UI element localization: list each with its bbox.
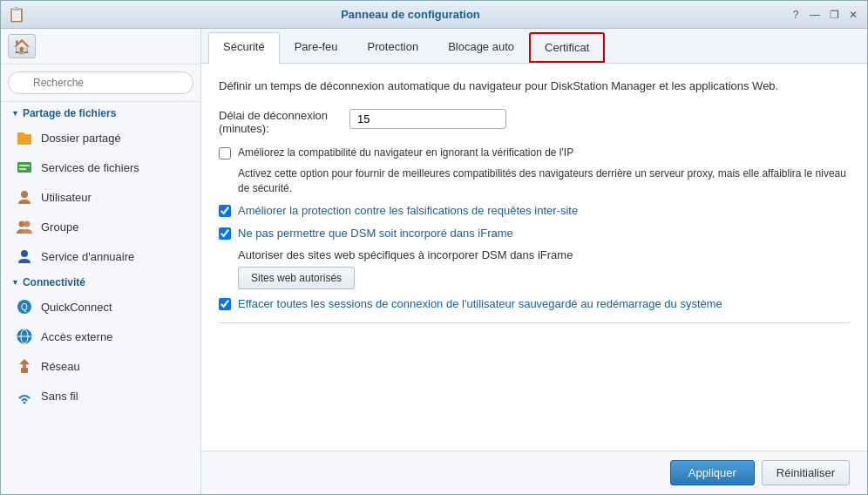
svg-point-7 xyxy=(24,221,31,227)
svg-rect-3 xyxy=(19,165,30,166)
checkbox-sessions-row: Effacer toutes les sessions de connexion… xyxy=(219,296,850,312)
section-connectivite-header[interactable]: Connectivité xyxy=(1,271,200,292)
divider xyxy=(219,322,850,323)
sidebar-item-utilisateur[interactable]: Utilisateur xyxy=(1,182,200,212)
tab-protection[interactable]: Protection xyxy=(353,32,434,63)
sidebar-item-label-services: Services de fichiers xyxy=(41,161,139,174)
annuaire-icon xyxy=(15,247,34,266)
main-layout: 🏠 🔍 Partage de fichiers Dossier partagé xyxy=(1,29,867,494)
sidebar-item-sans-fil[interactable]: Sans fil xyxy=(1,381,200,410)
svg-point-6 xyxy=(19,221,25,227)
timeout-row: Délai de déconnexion (minutes): xyxy=(219,109,850,135)
sidebar-item-acces-externe[interactable]: Accès externe xyxy=(1,322,200,351)
reset-button[interactable]: Réinitialiser xyxy=(762,460,850,485)
content-area: Sécurité Pare-feu Protection Blocage aut… xyxy=(201,29,867,494)
checkbox-compat[interactable] xyxy=(219,147,231,159)
iframe-indent: Autoriser des sites web spécifiques à in… xyxy=(238,248,850,289)
groupe-icon xyxy=(15,217,34,236)
home-button[interactable]: 🏠 xyxy=(8,34,36,58)
tab-securite[interactable]: Sécurité xyxy=(208,32,280,64)
svg-point-15 xyxy=(24,402,26,404)
sidebar-item-label-utilisateur: Utilisateur xyxy=(41,191,92,204)
sidebar-item-label-reseau: Réseau xyxy=(41,360,80,373)
sidebar-item-label-annuaire: Service d'annuaire xyxy=(41,250,134,263)
help-button[interactable]: ? xyxy=(789,8,803,22)
checkbox-csrf[interactable] xyxy=(219,205,231,217)
dossier-icon xyxy=(15,128,34,147)
sidebar-item-label-quickconnect: QuickConnect xyxy=(41,301,112,314)
svg-rect-2 xyxy=(17,162,31,173)
svg-rect-1 xyxy=(17,132,24,135)
search-wrapper: 🔍 xyxy=(8,71,193,94)
apply-button[interactable]: Appliquer xyxy=(670,460,755,485)
sidebar-item-label-acces-externe: Accès externe xyxy=(41,330,112,343)
timeout-input[interactable] xyxy=(349,109,506,129)
tab-pare-feu[interactable]: Pare-feu xyxy=(280,32,353,63)
svg-rect-14 xyxy=(21,368,28,373)
utilisateur-icon xyxy=(15,187,34,207)
services-icon xyxy=(15,158,34,177)
iframe-sites-label: Autoriser des sites web spécifiques à in… xyxy=(238,248,850,261)
checkbox-compat-label[interactable]: Améliorez la compatibilité du navigateur… xyxy=(238,146,573,160)
app-icon: 📋 xyxy=(8,6,25,24)
sidebar-item-groupe[interactable]: Groupe xyxy=(1,212,200,241)
svg-point-8 xyxy=(21,250,28,257)
checkbox-compat-row: Améliorez la compatibilité du navigateur… xyxy=(219,146,850,160)
checkbox-csrf-row: Améliorer la protection contre les falsi… xyxy=(219,203,850,219)
checkbox-iframe[interactable] xyxy=(219,227,231,240)
minimize-button[interactable]: — xyxy=(808,8,822,22)
sidebar-item-dossier[interactable]: Dossier partagé xyxy=(1,123,200,153)
sidebar: 🏠 🔍 Partage de fichiers Dossier partagé xyxy=(1,29,201,494)
timeout-unit: (minutes): xyxy=(219,122,341,135)
sidebar-item-quickconnect[interactable]: Q QuickConnect xyxy=(1,292,200,322)
search-area: 🔍 xyxy=(1,64,200,102)
checkbox-iframe-row: Ne pas permettre que DSM soit incorporé … xyxy=(219,226,850,241)
checkbox-iframe-label[interactable]: Ne pas permettre que DSM soit incorporé … xyxy=(238,226,513,241)
svg-rect-4 xyxy=(19,168,26,170)
checkbox-csrf-label[interactable]: Améliorer la protection contre les falsi… xyxy=(238,203,578,219)
sites-autorises-button[interactable]: Sites web autorisés xyxy=(238,267,355,289)
reseau-icon xyxy=(15,356,34,376)
close-button[interactable]: ✕ xyxy=(846,8,860,22)
sidebar-item-label-groupe: Groupe xyxy=(41,220,78,234)
restore-button[interactable]: ❐ xyxy=(827,8,841,22)
main-window: 📋 Panneau de configuration ? — ❐ ✕ 🏠 🔍 P… xyxy=(0,0,868,495)
sidebar-item-label-dossier: Dossier partagé xyxy=(41,132,121,145)
section-partage-header[interactable]: Partage de fichiers xyxy=(1,102,200,123)
tab-blocage-auto[interactable]: Blocage auto xyxy=(433,32,529,63)
sidebar-item-services[interactable]: Services de fichiers xyxy=(1,153,200,182)
sidebar-item-label-sans-fil: Sans fil xyxy=(41,390,78,403)
sidebar-item-reseau[interactable]: Réseau xyxy=(1,351,200,381)
tab-certificat[interactable]: Certificat xyxy=(529,32,605,63)
svg-rect-0 xyxy=(17,134,31,145)
sidebar-item-annuaire[interactable]: Service d'annuaire xyxy=(1,241,200,271)
window-controls: ? — ❐ ✕ xyxy=(789,8,860,22)
checkbox-sessions[interactable] xyxy=(219,298,231,310)
quickconnect-icon: Q xyxy=(15,297,34,316)
svg-text:Q: Q xyxy=(21,302,28,312)
panel-body: Définir un temps de déconnexion automati… xyxy=(201,64,867,451)
search-input[interactable] xyxy=(8,71,193,94)
footer: Appliquer Réinitialiser xyxy=(201,451,867,494)
tab-bar: Sécurité Pare-feu Protection Blocage aut… xyxy=(201,29,867,64)
checkbox-sessions-label[interactable]: Effacer toutes les sessions de connexion… xyxy=(238,296,722,312)
svg-point-5 xyxy=(21,191,28,198)
timeout-label: Délai de déconnexion xyxy=(219,109,341,122)
panel-description: Définir un temps de déconnexion automati… xyxy=(219,78,850,95)
compat-note: Activez cette option pour fournir de mei… xyxy=(238,166,850,196)
acces-externe-icon xyxy=(15,327,34,346)
home-area: 🏠 xyxy=(1,29,200,64)
titlebar: 📋 Panneau de configuration ? — ❐ ✕ xyxy=(1,1,867,29)
timeout-label-wrapper: Délai de déconnexion (minutes): xyxy=(219,109,341,135)
window-title: Panneau de configuration xyxy=(32,8,789,21)
sans-fil-icon xyxy=(15,386,34,405)
